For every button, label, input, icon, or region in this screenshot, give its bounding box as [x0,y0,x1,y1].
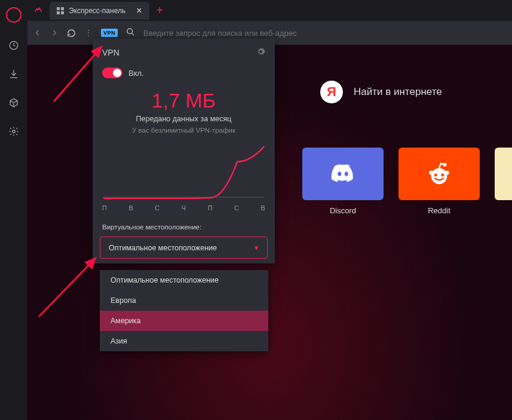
tile-label: Reddit [428,206,450,215]
chevron-down-icon: ▾ [255,243,259,252]
chart-tick: П [102,204,107,211]
svg-point-17 [441,173,444,176]
speed-dial-search[interactable]: Я Найти в интернете [320,81,442,103]
yandex-icon: Я [320,81,343,103]
tile-box [495,148,512,200]
discord-icon [329,160,357,188]
dropdown-option[interactable]: Европа [100,290,268,311]
tile-partial[interactable] [495,148,512,215]
dropdown-selected: Оптимальное местоположение [109,244,217,252]
vpn-location-options: Оптимальное местоположениеЕвропаАмерикаА… [100,270,268,351]
close-tab-icon[interactable]: × [136,5,142,16]
downloads-icon[interactable] [8,68,20,80]
address-input[interactable] [143,29,506,38]
svg-rect-5 [61,11,64,14]
history-icon[interactable] [8,39,20,51]
reddit-icon [425,160,453,188]
tab-bar: Экспресс-панель × + [27,0,512,21]
menu-dots-icon[interactable]: ⋮ [84,28,93,38]
tile-label: Discord [330,206,356,215]
vpn-title: VPN [102,48,119,57]
vpn-unlimited-note: У вас безлимитный VPN-трафик [93,127,275,134]
dropdown-option[interactable]: Азия [100,331,268,351]
dropdown-option[interactable]: Оптимальное местоположение [100,270,268,290]
svg-rect-2 [57,7,60,10]
tab-title: Экспресс-панель [69,7,125,15]
dropdown-option[interactable]: Америка [100,311,268,331]
settings-icon[interactable] [8,125,20,137]
vpn-data-amount: 1,7 МБ [93,89,275,112]
vpn-data-caption: Передано данных за месяц [93,115,275,123]
forward-button[interactable] [50,29,59,37]
vpn-panel-header: VPN [93,39,275,64]
tile-box [398,148,480,200]
search-label: Найти в интернете [354,86,442,98]
cube-icon[interactable] [8,97,20,109]
chart-tick: В [128,204,133,211]
vpn-toggle[interactable] [102,68,122,78]
svg-rect-3 [61,7,64,10]
chart-tick: С [155,204,160,211]
speed-dial-icon [57,7,64,14]
vpn-panel: VPN Вкл. 1,7 МБ Передано данных за месяц… [93,39,275,263]
vpn-toggle-label: Вкл. [128,69,144,78]
vpn-badge[interactable]: VPN [101,29,118,37]
svg-point-16 [434,173,437,176]
reload-button[interactable] [67,29,76,38]
search-icon[interactable] [126,27,135,39]
speed-dial-tiles: Discord Reddit [302,148,512,215]
gx-icon[interactable] [27,5,48,16]
left-sidebar [0,0,27,420]
chart-axis-labels: ПВСЧПСВ [93,204,275,220]
new-tab-button[interactable]: + [157,4,164,17]
svg-point-1 [13,130,16,133]
chart-tick: В [261,204,265,211]
back-button[interactable] [33,29,42,37]
svg-point-15 [431,168,447,184]
svg-rect-4 [57,11,60,14]
vpn-usage-chart [101,141,266,201]
tile-reddit[interactable]: Reddit [398,148,480,215]
svg-point-18 [429,171,433,175]
chart-tick: С [234,204,239,211]
chart-tick: П [208,204,213,211]
active-tab[interactable]: Экспресс-панель × [50,2,149,20]
opera-logo-icon[interactable] [6,7,22,23]
vpn-location-label: Виртуальное местоположение: [93,220,275,237]
tile-box [302,148,384,200]
vpn-toggle-row: Вкл. [93,64,275,89]
chart-tick: Ч [182,204,186,211]
vpn-location-dropdown[interactable]: Оптимальное местоположение ▾ [100,237,268,259]
svg-point-6 [127,28,133,33]
gear-icon[interactable] [256,47,265,58]
tile-discord[interactable]: Discord [302,148,384,215]
svg-point-19 [445,171,449,175]
